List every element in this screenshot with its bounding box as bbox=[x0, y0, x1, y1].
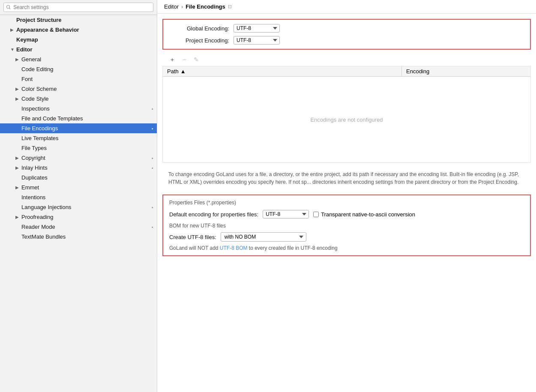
global-encoding-select[interactable]: UTF-8UTF-16ISO-8859-1Windows-1252 bbox=[234, 24, 280, 33]
transparent-conversion-checkbox[interactable] bbox=[313, 212, 319, 217]
sidebar-item-label: Editor bbox=[16, 46, 153, 53]
sidebar-item-duplicates[interactable]: Duplicates bbox=[0, 173, 157, 183]
chevron-icon: ▼ bbox=[10, 47, 16, 52]
properties-section: Properties Files (*.properties) Default … bbox=[162, 195, 531, 256]
sidebar-item-code-editing[interactable]: Code Editing bbox=[0, 64, 157, 74]
bom-section-title: BOM for new UTF-8 files bbox=[169, 223, 524, 229]
sidebar-item-label: Intentions bbox=[21, 194, 153, 200]
table-header: Path ▲ Encoding bbox=[163, 66, 530, 77]
create-utf8-row: Create UTF-8 files: with NO BOMwith BOM bbox=[169, 232, 524, 242]
global-encoding-section: Global Encoding: UTF-8UTF-16ISO-8859-1Wi… bbox=[162, 19, 531, 50]
info-paragraph: To change encoding GoLand uses for a fil… bbox=[168, 171, 519, 185]
breadcrumb-parent[interactable]: Editor bbox=[164, 3, 179, 10]
settings-icon: ▪ bbox=[152, 126, 153, 131]
sidebar-item-label: Keymap bbox=[16, 36, 153, 43]
sidebar-item-inlay-hints[interactable]: ▶Inlay Hints▪ bbox=[0, 163, 157, 173]
sidebar-item-textmate-bundles[interactable]: TextMate Bundles bbox=[0, 232, 157, 242]
sidebar-item-language-injections[interactable]: Language Injections▪ bbox=[0, 202, 157, 212]
empty-message: Encodings are not configured bbox=[310, 117, 383, 123]
sidebar-item-label: Inlay Hints bbox=[21, 165, 150, 171]
add-encoding-button[interactable]: + bbox=[168, 55, 177, 64]
sidebar-item-label: File Encodings bbox=[21, 125, 150, 132]
project-encoding-row: Project Encoding: UTF-8UTF-16ISO-8859-1W… bbox=[169, 36, 524, 45]
sidebar-item-editor[interactable]: ▼Editor bbox=[0, 45, 157, 54]
project-encoding-label: Project Encoding: bbox=[169, 37, 229, 44]
breadcrumb-separator: › bbox=[181, 3, 183, 10]
bom-note-suffix: to every created file in UTF-8 encoding bbox=[248, 245, 338, 251]
sidebar-item-project-structure[interactable]: Project Structure bbox=[0, 15, 157, 25]
sidebar-item-label: Language Injections bbox=[21, 204, 150, 210]
sidebar-item-label: File Types bbox=[21, 145, 153, 151]
sidebar-item-proofreading[interactable]: ▶Proofreading bbox=[0, 212, 157, 222]
transparent-label-text: Transparent native-to-ascii conversion bbox=[321, 211, 415, 218]
sidebar-item-label: Code Style bbox=[21, 96, 153, 102]
bom-note-prefix: GoLand will NOT add bbox=[169, 245, 220, 251]
project-encoding-select[interactable]: UTF-8UTF-16ISO-8859-1Windows-1252 bbox=[234, 36, 280, 45]
breadcrumb-current: File Encodings bbox=[186, 3, 225, 10]
chevron-icon: ▶ bbox=[15, 87, 21, 91]
chevron-icon: ▶ bbox=[15, 185, 21, 190]
encoding-table: Path ▲ Encoding Encodings are not config… bbox=[162, 66, 531, 163]
sidebar-item-label: General bbox=[21, 56, 153, 63]
sidebar-item-label: Font bbox=[21, 76, 153, 82]
settings-icon: ▪ bbox=[152, 156, 153, 161]
encoding-table-toolbar: + − ✎ bbox=[162, 53, 531, 66]
breadcrumb: Editor › File Encodings ⊡ bbox=[157, 0, 536, 14]
sidebar-item-color-scheme[interactable]: ▶Color Scheme bbox=[0, 84, 157, 94]
breadcrumb-icon: ⊡ bbox=[228, 4, 232, 9]
sidebar-item-file-encodings[interactable]: File Encodings▪ bbox=[0, 123, 157, 133]
search-box bbox=[0, 0, 157, 15]
table-empty-state: Encodings are not configured bbox=[163, 77, 530, 162]
sidebar-item-code-style[interactable]: ▶Code Style bbox=[0, 94, 157, 104]
sidebar-item-intentions[interactable]: Intentions bbox=[0, 192, 157, 202]
sidebar-item-label: File and Code Templates bbox=[21, 115, 153, 122]
col-encoding: Encoding bbox=[402, 66, 530, 76]
sidebar-item-font[interactable]: Font bbox=[0, 74, 157, 84]
chevron-icon: ▶ bbox=[15, 57, 21, 62]
sidebar-item-label: Reader Mode bbox=[21, 224, 150, 230]
sidebar-item-copyright[interactable]: ▶Copyright▪ bbox=[0, 153, 157, 163]
sidebar-item-file-types[interactable]: File Types bbox=[0, 143, 157, 153]
sidebar-item-label: Code Editing bbox=[21, 66, 153, 72]
default-encoding-label: Default encoding for properties files: bbox=[169, 211, 258, 218]
sidebar-item-keymap[interactable]: Keymap bbox=[0, 35, 157, 45]
sidebar-item-label: Appearance & Behavior bbox=[16, 27, 153, 33]
sidebar-item-label: Emmet bbox=[21, 184, 153, 191]
default-encoding-row: Default encoding for properties files: U… bbox=[169, 210, 524, 218]
sidebar-item-label: Duplicates bbox=[21, 174, 153, 181]
sidebar-item-label: Inspections bbox=[21, 105, 150, 112]
sidebar-item-label: Live Templates bbox=[21, 135, 153, 141]
col-path: Path ▲ bbox=[163, 66, 402, 76]
edit-encoding-button[interactable]: ✎ bbox=[192, 55, 201, 64]
bom-note: GoLand will NOT add UTF-8 BOM to every c… bbox=[169, 245, 524, 251]
sidebar-item-general[interactable]: ▶General bbox=[0, 54, 157, 64]
sidebar-item-inspections[interactable]: Inspections▪ bbox=[0, 104, 157, 114]
info-text: To change encoding GoLand uses for a fil… bbox=[162, 166, 531, 190]
main-panel: Editor › File Encodings ⊡ Global Encodin… bbox=[157, 0, 536, 392]
remove-encoding-button[interactable]: − bbox=[180, 55, 189, 64]
chevron-icon: ▶ bbox=[15, 96, 21, 101]
path-header-label: Path bbox=[167, 68, 179, 75]
sidebar-item-emmet[interactable]: ▶Emmet bbox=[0, 183, 157, 192]
default-encoding-select[interactable]: UTF-8UTF-16ISO-8859-1Windows-1252 bbox=[263, 210, 309, 218]
chevron-icon: ▶ bbox=[10, 27, 16, 32]
global-encoding-label: Global Encoding: bbox=[169, 25, 229, 32]
transparent-conversion-label: Transparent native-to-ascii conversion bbox=[313, 211, 415, 218]
sidebar-item-live-templates[interactable]: Live Templates bbox=[0, 133, 157, 143]
bom-note-link[interactable]: UTF-8 BOM bbox=[220, 245, 248, 251]
settings-icon: ▪ bbox=[152, 224, 153, 230]
properties-section-title: Properties Files (*.properties) bbox=[169, 200, 524, 206]
settings-icon: ▪ bbox=[152, 205, 153, 210]
sidebar-item-label: Project Structure bbox=[16, 17, 153, 23]
sidebar-item-file-code-templates[interactable]: File and Code Templates bbox=[0, 114, 157, 123]
search-input[interactable] bbox=[3, 3, 153, 12]
global-encoding-row: Global Encoding: UTF-8UTF-16ISO-8859-1Wi… bbox=[169, 24, 524, 33]
chevron-icon: ▶ bbox=[15, 156, 21, 160]
create-utf8-select[interactable]: with NO BOMwith BOM bbox=[221, 232, 306, 242]
encoding-header-label: Encoding bbox=[406, 68, 429, 75]
content-area: Global Encoding: UTF-8UTF-16ISO-8859-1Wi… bbox=[157, 14, 536, 392]
sort-icon: ▲ bbox=[180, 68, 186, 75]
sidebar: Project Structure▶Appearance & BehaviorK… bbox=[0, 0, 157, 392]
sidebar-item-appearance-behavior[interactable]: ▶Appearance & Behavior bbox=[0, 25, 157, 35]
sidebar-item-reader-mode[interactable]: Reader Mode▪ bbox=[0, 222, 157, 232]
